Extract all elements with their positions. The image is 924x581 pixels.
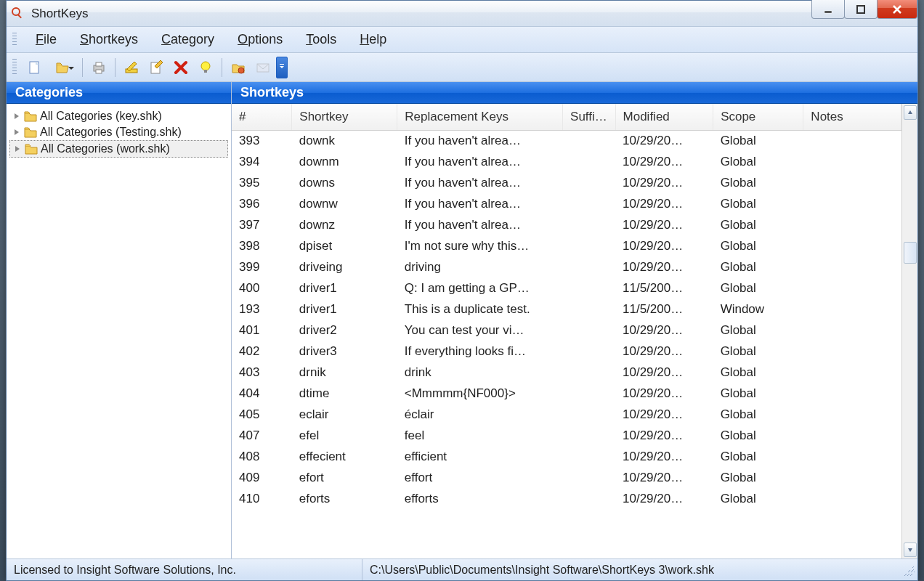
scroll-up-button[interactable] xyxy=(904,105,917,120)
titlebar[interactable]: ShortKeys xyxy=(7,1,917,27)
new-file-button[interactable] xyxy=(23,57,46,78)
menu-shortkeys[interactable]: Shortkeys xyxy=(68,29,150,50)
categories-header: Categories xyxy=(7,82,231,104)
cell-notes xyxy=(803,404,901,425)
column-header[interactable]: # xyxy=(232,104,292,130)
mail-button[interactable] xyxy=(251,57,275,78)
cell-n: 409 xyxy=(232,467,292,488)
column-header[interactable]: Shortkey xyxy=(292,104,397,130)
table-row[interactable]: 409eforteffort10/29/20…Global xyxy=(232,467,901,488)
status-path: C:\Users\Public\Documents\Insight Softwa… xyxy=(362,559,900,580)
table-row[interactable]: 397downzIf you haven't alrea…10/29/20…Gl… xyxy=(232,214,901,235)
cell-rep: This is a duplicate test. xyxy=(397,298,563,320)
table-row[interactable]: 393downkIf you haven't alrea…10/29/20…Gl… xyxy=(232,130,901,151)
edit-button[interactable] xyxy=(120,57,143,78)
table-row[interactable]: 398dpisetI'm not sure why this…10/29/20…… xyxy=(232,235,901,256)
table-row[interactable]: 410efortsefforts10/29/20…Global xyxy=(232,488,901,509)
expander-icon[interactable] xyxy=(12,112,21,121)
table-row[interactable]: 402driver3If everything looks fi…10/29/2… xyxy=(232,341,901,362)
toolbar-overflow-button[interactable] xyxy=(276,57,288,78)
cell-rep: feel xyxy=(397,425,563,446)
menu-category[interactable]: Category xyxy=(150,29,226,50)
cell-sk: downz xyxy=(292,214,397,235)
menu-tools[interactable]: Tools xyxy=(294,29,348,50)
cell-n: 396 xyxy=(232,193,292,214)
cell-notes xyxy=(803,362,901,383)
table-row[interactable]: 404dtime<Mmmmm{NF000}>10/29/20…Global xyxy=(232,383,901,404)
toolbar-grip[interactable] xyxy=(12,59,17,76)
cell-scope: Global xyxy=(713,256,803,277)
column-header[interactable]: Suffi… xyxy=(563,104,615,130)
menu-options[interactable]: Options xyxy=(226,29,294,50)
menubar-grip[interactable] xyxy=(12,33,17,47)
table-row[interactable]: 403drnikdrink10/29/20…Global xyxy=(232,362,901,383)
cell-suf xyxy=(563,488,615,509)
cell-sk: efort xyxy=(292,467,397,488)
close-button[interactable] xyxy=(877,0,917,19)
column-header[interactable]: Scope xyxy=(713,104,803,130)
tree-item-label: All Categories (work.shk) xyxy=(41,142,170,155)
cell-sk: dpiset xyxy=(292,235,397,256)
cell-mod: 11/5/200… xyxy=(615,277,713,298)
menu-file[interactable]: File xyxy=(24,29,68,50)
vertical-scrollbar[interactable] xyxy=(901,104,917,558)
table-row[interactable]: 401driver2You can test your vi…10/29/20…… xyxy=(232,320,901,341)
cell-sk: downs xyxy=(292,172,397,193)
tree-item[interactable]: All Categories (Testing.shk) xyxy=(9,124,228,140)
cell-n: 397 xyxy=(232,214,292,235)
category-button[interactable] xyxy=(227,57,250,78)
cell-suf xyxy=(563,362,615,383)
cell-sk: driveing xyxy=(292,256,397,277)
hint-button[interactable] xyxy=(194,57,217,78)
column-header[interactable]: Replacement Keys xyxy=(397,104,563,130)
cell-rep: effort xyxy=(397,467,563,488)
svg-point-10 xyxy=(201,62,210,70)
tree-item[interactable]: All Categories (key.shk) xyxy=(9,108,228,124)
cell-mod: 11/5/200… xyxy=(615,298,713,320)
open-button[interactable] xyxy=(47,57,78,78)
cell-sk: downm xyxy=(292,151,397,172)
maximize-button[interactable] xyxy=(844,0,878,19)
cell-rep: Q: I am getting a GP… xyxy=(397,277,563,298)
shortkeys-grid[interactable]: #ShortkeyReplacement KeysSuffi…ModifiedS… xyxy=(232,104,901,558)
table-row[interactable]: 394downmIf you haven't alrea…10/29/20…Gl… xyxy=(232,151,901,172)
scroll-down-button[interactable] xyxy=(904,543,917,557)
table-row[interactable]: 399driveingdriving10/29/20…Global xyxy=(232,256,901,277)
cell-mod: 10/29/20… xyxy=(615,425,713,446)
column-header[interactable]: Notes xyxy=(803,104,901,130)
minimize-button[interactable] xyxy=(811,0,845,19)
print-button[interactable] xyxy=(87,57,110,78)
delete-button[interactable] xyxy=(169,57,192,78)
categories-tree[interactable]: All Categories (key.shk)All Categories (… xyxy=(7,104,231,558)
tree-item[interactable]: All Categories (work.shk) xyxy=(9,140,228,158)
scrollbar-thumb[interactable] xyxy=(904,242,917,264)
cell-notes xyxy=(803,130,901,151)
table-row[interactable]: 395downsIf you haven't alrea…10/29/20…Gl… xyxy=(232,172,901,193)
svg-point-12 xyxy=(238,68,244,73)
folder-icon xyxy=(25,143,38,155)
expander-icon[interactable] xyxy=(12,128,21,137)
resize-grip[interactable] xyxy=(900,563,915,577)
cell-mod: 10/29/20… xyxy=(615,383,713,404)
tree-item-label: All Categories (Testing.shk) xyxy=(40,126,182,139)
cell-n: 395 xyxy=(232,172,292,193)
cell-rep: If you haven't alrea… xyxy=(397,172,563,193)
menu-help[interactable]: Help xyxy=(348,29,398,50)
expander-icon[interactable] xyxy=(13,145,22,153)
cell-suf xyxy=(563,172,615,193)
app-icon xyxy=(11,7,25,21)
cell-sk: driver1 xyxy=(292,298,397,320)
modify-button[interactable] xyxy=(145,57,168,78)
table-row[interactable]: 405eclairéclair10/29/20…Global xyxy=(232,404,901,425)
cell-sk: downk xyxy=(292,130,397,151)
table-row[interactable]: 396downwIf you haven't alrea…10/29/20…Gl… xyxy=(232,193,901,214)
cell-suf xyxy=(563,320,615,341)
column-header[interactable]: Modified xyxy=(615,104,713,130)
table-row[interactable]: 400driver1Q: I am getting a GP…11/5/200…… xyxy=(232,277,901,298)
table-row[interactable]: 407efelfeel10/29/20…Global xyxy=(232,425,901,446)
cell-scope: Global xyxy=(713,404,803,425)
cell-notes xyxy=(803,467,901,488)
cell-notes xyxy=(803,320,901,341)
table-row[interactable]: 193driver1This is a duplicate test.11/5/… xyxy=(232,298,901,320)
table-row[interactable]: 408effecientefficient10/29/20…Global xyxy=(232,446,901,467)
